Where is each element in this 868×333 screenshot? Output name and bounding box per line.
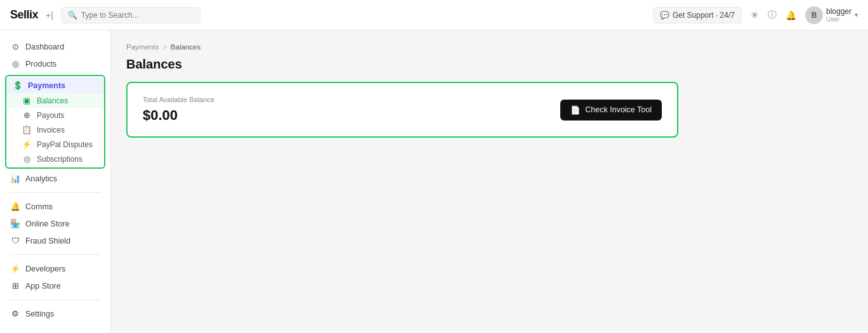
- support-icon: 💬: [660, 11, 669, 20]
- sidebar-item-settings[interactable]: ⚙ Settings: [0, 305, 110, 322]
- subscriptions-icon: ◎: [22, 154, 32, 164]
- avatar: B: [805, 6, 823, 24]
- analytics-icon: 📊: [10, 174, 20, 183]
- sidebar-divider-3: [10, 299, 100, 300]
- sidebar-item-payments-label: Payments: [28, 81, 65, 90]
- app-store-icon: ⊞: [10, 281, 20, 291]
- sidebar-item-payouts[interactable]: ⊕ Payouts: [6, 108, 104, 122]
- search-input[interactable]: [81, 11, 194, 20]
- breadcrumb: Payments > Balances: [126, 43, 853, 51]
- balances-icon: ▣: [22, 96, 32, 105]
- sidebar-section-dev: ⚡ Developers ⊞ App Store: [0, 260, 110, 294]
- sidebar-item-subscriptions[interactable]: ◎ Subscriptions: [6, 152, 104, 166]
- sidebar-item-balances-label: Balances: [37, 96, 68, 105]
- balance-card: Total Available Balance $0.00 📄 Check In…: [126, 82, 678, 138]
- sidebar-item-online-store[interactable]: 🏪 Online Store: [0, 215, 110, 232]
- sidebar-item-analytics-label: Analytics: [25, 174, 57, 183]
- sidebar-item-fraud-shield-label: Fraud Shield: [25, 237, 70, 245]
- online-store-icon: 🏪: [10, 219, 20, 228]
- sidebar-item-products[interactable]: ◎ Products: [0, 55, 110, 72]
- sidebar-item-developers-label: Developers: [25, 264, 65, 273]
- balance-amount: $0.00: [143, 107, 214, 124]
- sidebar-item-paypal-disputes-label: PayPal Disputes: [37, 140, 93, 149]
- sidebar-section-analytics: 📊 Analytics: [0, 170, 110, 187]
- search-bar: 🔍: [61, 7, 201, 23]
- sidebar-item-settings-label: Settings: [25, 310, 54, 318]
- user-avatar-area[interactable]: B blogger User ▾: [805, 6, 858, 24]
- logo: Sellix: [10, 8, 38, 22]
- check-invoice-icon: 📄: [570, 105, 581, 115]
- breadcrumb-separator: >: [162, 43, 167, 51]
- sidebar: ⊙ Dashboard ◎ Products 💲 Payments ▣ Bala…: [0, 30, 111, 333]
- sidebar-item-payouts-label: Payouts: [37, 111, 64, 120]
- topbar: Sellix +| 🔍 💬 Get Support · 24/7 ✳ ⓘ 🔔 B…: [0, 0, 868, 30]
- sidebar-item-analytics[interactable]: 📊 Analytics: [0, 170, 110, 187]
- sidebar-item-products-label: Products: [25, 60, 56, 69]
- paypal-disputes-icon: ⚡: [22, 140, 32, 149]
- theme-icon[interactable]: ✳: [751, 10, 759, 21]
- user-info: blogger User: [826, 7, 852, 23]
- sidebar-divider-1: [10, 192, 100, 193]
- breadcrumb-parent[interactable]: Payments: [126, 43, 159, 51]
- check-invoice-label: Check Invoice Tool: [585, 105, 652, 114]
- support-label: Get Support · 24/7: [673, 11, 735, 20]
- sidebar-item-dashboard[interactable]: ⊙ Dashboard: [0, 38, 110, 55]
- sidebar-item-fraud-shield[interactable]: 🛡 Fraud Shield: [0, 232, 110, 249]
- payments-icon: 💲: [13, 81, 23, 90]
- user-role: User: [826, 16, 852, 23]
- topbar-right: 💬 Get Support · 24/7 ✳ ⓘ 🔔 B blogger Use…: [653, 6, 858, 24]
- sidebar-item-subscriptions-label: Subscriptions: [37, 155, 82, 164]
- sidebar-item-balances[interactable]: ▣ Balances: [6, 93, 104, 108]
- layout: ⊙ Dashboard ◎ Products 💲 Payments ▣ Bala…: [0, 30, 868, 333]
- page-title: Balances: [126, 57, 853, 72]
- dropdown-caret-icon: ▾: [855, 11, 858, 18]
- invoices-icon: 📋: [22, 125, 32, 134]
- fraud-shield-icon: 🛡: [10, 236, 20, 245]
- sidebar-section-main: ⊙ Dashboard ◎ Products: [0, 38, 110, 72]
- sidebar-item-app-store-label: App Store: [25, 282, 61, 291]
- support-button[interactable]: 💬 Get Support · 24/7: [653, 7, 742, 23]
- sidebar-item-payments[interactable]: 💲 Payments: [6, 77, 104, 93]
- sidebar-item-online-store-label: Online Store: [25, 219, 69, 228]
- developers-icon: ⚡: [10, 264, 20, 273]
- search-icon: 🔍: [68, 11, 77, 20]
- sidebar-item-app-store[interactable]: ⊞ App Store: [0, 277, 110, 294]
- balance-label: Total Available Balance: [143, 96, 214, 103]
- bell-icon[interactable]: 🔔: [786, 10, 796, 20]
- payouts-icon: ⊕: [22, 110, 32, 120]
- sidebar-section-comms: 🔔 Comms 🏪 Online Store 🛡 Fraud Shield: [0, 198, 110, 249]
- sidebar-item-invoices[interactable]: 📋 Invoices: [6, 122, 104, 137]
- sidebar-item-dashboard-label: Dashboard: [25, 42, 64, 51]
- sidebar-item-paypal-disputes[interactable]: ⚡ PayPal Disputes: [6, 137, 104, 152]
- check-invoice-button[interactable]: 📄 Check Invoice Tool: [560, 100, 662, 121]
- balance-info: Total Available Balance $0.00: [143, 96, 214, 124]
- settings-icon: ⚙: [10, 309, 20, 318]
- info-icon[interactable]: ⓘ: [768, 10, 777, 21]
- sidebar-item-comms[interactable]: 🔔 Comms: [0, 198, 110, 215]
- main-content: Payments > Balances Balances Total Avail…: [111, 30, 868, 333]
- sidebar-item-invoices-label: Invoices: [37, 126, 65, 134]
- collapse-button[interactable]: +|: [46, 10, 53, 20]
- breadcrumb-current: Balances: [171, 43, 201, 51]
- payments-group: 💲 Payments ▣ Balances ⊕ Payouts 📋 Invoic…: [5, 75, 105, 169]
- sidebar-divider-2: [10, 254, 100, 255]
- products-icon: ◎: [10, 59, 20, 69]
- user-name: blogger: [826, 7, 852, 16]
- sidebar-item-comms-label: Comms: [25, 202, 53, 211]
- sidebar-section-settings: ⚙ Settings: [0, 305, 110, 322]
- dashboard-icon: ⊙: [10, 42, 20, 51]
- comms-icon: 🔔: [10, 202, 20, 211]
- sidebar-item-developers[interactable]: ⚡ Developers: [0, 260, 110, 277]
